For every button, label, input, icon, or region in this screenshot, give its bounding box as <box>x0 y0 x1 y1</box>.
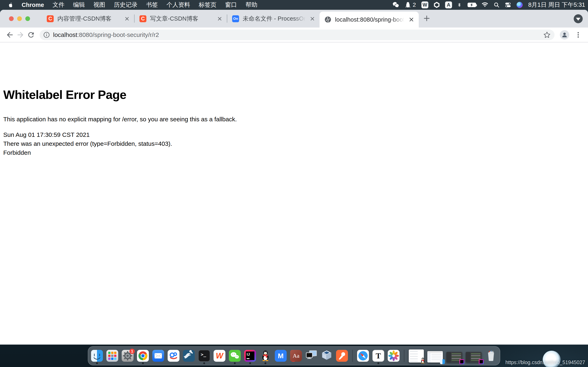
photos-icon <box>388 350 399 362</box>
tab-close-icon[interactable] <box>310 16 315 21</box>
dock-mysql-workbench[interactable] <box>183 350 195 362</box>
dock-remote-desktop[interactable] <box>305 350 317 362</box>
reload-button[interactable] <box>26 30 36 40</box>
url-domain: localhost <box>53 31 77 38</box>
minimized-qq-window[interactable] <box>409 350 424 363</box>
input-source-icon[interactable]: A <box>445 1 452 8</box>
globe-favicon <box>324 16 331 23</box>
remote-desktop-icon <box>305 350 317 362</box>
dock-launchpad[interactable] <box>106 350 118 362</box>
site-info-icon[interactable] <box>43 32 50 38</box>
dock-finder[interactable] <box>91 350 103 362</box>
minimized-intellij-window[interactable] <box>466 352 482 363</box>
dock-postman[interactable] <box>336 350 348 362</box>
tab-title: 未命名文件 - ProcessOn <box>243 15 307 23</box>
qq-unread-count: 2 <box>413 2 416 8</box>
menu-bookmarks[interactable]: 书签 <box>146 1 158 9</box>
wifi-icon[interactable] <box>482 2 488 8</box>
hexagon-status-icon[interactable] <box>434 2 440 8</box>
wechat-status-icon[interactable] <box>392 2 400 8</box>
url-path: :8080/spring-boot-security/r/r2 <box>77 31 159 38</box>
dock-intellij-idea[interactable]: IJ <box>244 350 256 362</box>
dock-mail[interactable] <box>152 350 164 362</box>
dock-m-design-app[interactable]: M <box>275 350 287 362</box>
error-timestamp: Sun Aug 01 17:30:59 CST 2021 <box>3 131 90 138</box>
bluetooth-icon[interactable] <box>458 2 462 8</box>
tab-search-button[interactable] <box>574 14 583 23</box>
menu-help[interactable]: 帮助 <box>246 1 258 9</box>
window-controls <box>9 16 30 21</box>
menu-file[interactable]: 文件 <box>53 1 65 9</box>
menu-window[interactable]: 窗口 <box>225 1 237 9</box>
window-titlebar <box>427 351 443 353</box>
siri-icon[interactable] <box>517 2 523 8</box>
minimize-window-button[interactable] <box>17 16 22 21</box>
virtualbox-icon <box>321 350 333 362</box>
url-text[interactable]: localhost:8080/spring-boot-security/r/r2 <box>53 31 543 38</box>
menu-edit[interactable]: 编辑 <box>73 1 85 9</box>
tab-close-icon[interactable] <box>408 17 414 22</box>
running-indicator <box>234 362 236 364</box>
wps-office-icon: W <box>214 350 225 362</box>
chrome-menu-icon[interactable] <box>573 30 584 40</box>
dock-trash[interactable] <box>485 350 497 362</box>
new-tab-button[interactable] <box>423 15 431 22</box>
tab-title: localhost:8080/spring-boot-se <box>335 16 406 23</box>
address-bar[interactable]: localhost:8080/spring-boot-security/r/r2 <box>40 30 554 40</box>
menu-profile[interactable]: 个人资料 <box>167 1 190 9</box>
tab-close-icon[interactable] <box>124 16 130 21</box>
menubar-datetime[interactable]: 8月1日 周日 下午5:31 <box>528 1 585 9</box>
dock-qq[interactable] <box>259 350 271 362</box>
dock-chrome[interactable] <box>137 350 149 362</box>
postman-icon <box>336 350 348 362</box>
dock-dictionary[interactable]: Aa <box>290 350 302 362</box>
tab-localhost-active[interactable]: localhost:8080/spring-boot-se <box>320 12 419 27</box>
running-indicator <box>142 362 144 364</box>
dock-terminal[interactable]: >_ <box>198 350 210 362</box>
tab-csdn-write-article[interactable]: C 写文章-CSDN博客 <box>135 10 227 27</box>
tab-csdn-content-manage[interactable]: C 内容管理-CSDN博客 <box>42 10 134 27</box>
safari-icon <box>357 350 369 362</box>
mail-icon <box>152 350 164 362</box>
dock-virtualbox[interactable] <box>321 350 333 362</box>
forward-button[interactable] <box>15 30 26 40</box>
csdn-watermark: https://blog.csdn.net/m0_51945027 <box>505 359 585 365</box>
menu-tabs[interactable]: 标签页 <box>199 1 217 9</box>
w-app-status-icon[interactable]: W <box>421 1 428 8</box>
control-center-icon[interactable] <box>505 2 511 8</box>
menu-view[interactable]: 视图 <box>94 1 105 9</box>
minimized-finder-window[interactable] <box>427 351 443 363</box>
minimized-intellij-window[interactable] <box>446 352 462 363</box>
spotlight-search-icon[interactable] <box>494 2 499 8</box>
qq-penguin-icon <box>260 350 271 362</box>
launchpad-icon <box>106 350 118 362</box>
battery-icon[interactable] <box>467 3 476 7</box>
intellij-idea-icon: IJ <box>244 350 256 362</box>
qq-penguin-icon <box>420 357 426 364</box>
qq-status-icon[interactable] <box>405 2 411 8</box>
dock-wps-office[interactable]: W <box>214 350 225 362</box>
running-indicator <box>265 362 267 364</box>
menubar-app-name[interactable]: Chrome <box>22 2 44 8</box>
close-window-button[interactable] <box>9 16 14 21</box>
intellij-idea-icon <box>479 359 484 364</box>
terminal-icon: >_ <box>198 350 210 362</box>
menu-history[interactable]: 历史记录 <box>114 1 138 9</box>
dock-baidu-netdisk[interactable] <box>168 350 180 362</box>
dock-wechat[interactable] <box>229 350 241 362</box>
profile-avatar[interactable] <box>560 30 569 40</box>
dock-typora[interactable]: T <box>372 350 384 362</box>
csdn-favicon: C <box>47 15 54 22</box>
tab-processon[interactable]: On 未命名文件 - ProcessOn <box>227 10 320 27</box>
zoom-window-button[interactable] <box>25 16 30 21</box>
apple-menu-icon[interactable] <box>8 2 13 8</box>
dock-photos[interactable] <box>388 350 399 362</box>
bookmark-star-icon[interactable] <box>543 31 551 39</box>
back-button[interactable] <box>4 30 15 40</box>
dock-safari[interactable] <box>357 350 369 362</box>
dock-system-preferences[interactable]: 1 <box>122 350 134 362</box>
trash-full-icon <box>485 350 497 362</box>
running-indicator <box>378 362 379 364</box>
error-detail: There was an unexpected error (type=Forb… <box>3 140 172 147</box>
tab-close-icon[interactable] <box>217 16 222 21</box>
